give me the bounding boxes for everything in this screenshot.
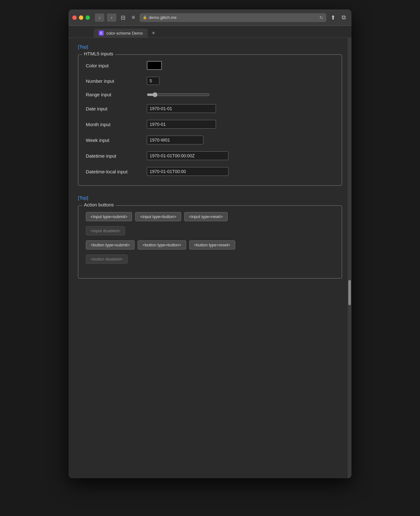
html5-inputs-section: HTML5 inputs Color input Number input Ra… (78, 54, 342, 186)
color-input-row: Color input (86, 61, 334, 70)
new-window-button[interactable]: ⧉ (340, 14, 348, 22)
lock-icon: 🔒 (143, 15, 147, 20)
sidebar-button[interactable]: ⊟ (119, 14, 127, 21)
range-input[interactable] (147, 92, 210, 97)
datetime-input[interactable] (147, 151, 229, 160)
month-input[interactable] (147, 120, 216, 129)
reload-button[interactable]: ↻ (319, 15, 323, 20)
input-disabled-group: <input disabled> (86, 226, 334, 235)
date-label: Date input (86, 106, 142, 111)
month-input-row: Month input (86, 120, 334, 129)
button-buttons-group: <button type=submit> <button type=button… (86, 240, 334, 250)
tab-favicon: C (99, 31, 104, 36)
week-input[interactable] (147, 136, 203, 144)
menu-button[interactable]: ≡ (130, 14, 137, 21)
datetime-local-input[interactable] (147, 167, 229, 176)
color-label: Color input (86, 63, 142, 68)
traffic-lights (72, 15, 90, 20)
button-disabled-button[interactable]: <button disabled> (86, 255, 128, 264)
number-input-group (147, 77, 159, 85)
tab-bar: C color-scheme Demo + (69, 26, 351, 38)
forward-button[interactable]: › (107, 14, 116, 22)
top-link-2[interactable]: [Top] (78, 195, 88, 200)
datetime-local-label: Datetime-local input (86, 169, 142, 174)
input-buttons-group: <input type=submit> <input type=button> … (86, 212, 334, 221)
button-disabled-group: <button disabled> (86, 255, 334, 264)
number-input[interactable] (147, 77, 159, 85)
maximize-button[interactable] (86, 15, 90, 20)
date-input[interactable] (147, 104, 216, 113)
active-tab[interactable]: C color-scheme Demo (94, 29, 148, 37)
top-link-1[interactable]: [Top] (78, 44, 88, 49)
scrollbar[interactable] (348, 38, 351, 478)
action-buttons-section: Action buttons <input type=submit> <inpu… (78, 205, 342, 278)
input-submit-button[interactable]: <input type=submit> (86, 212, 132, 221)
input-disabled-button[interactable]: <input disabled> (86, 226, 125, 235)
html5-section-legend: HTML5 inputs (82, 51, 115, 56)
minimize-button[interactable] (79, 15, 83, 20)
date-input-row: Date input (86, 104, 334, 113)
datetime-label: Datetime input (86, 153, 142, 159)
close-button[interactable] (72, 15, 77, 20)
tab-title: color-scheme Demo (106, 31, 143, 36)
range-input-row: Range input (86, 92, 334, 97)
page-content: [Top] HTML5 inputs Color input Number in… (69, 38, 351, 478)
back-button[interactable]: ‹ (95, 14, 104, 22)
action-section-legend: Action buttons (82, 202, 116, 207)
address-bar[interactable]: 🔒 demo.glitch.me ↻ (140, 13, 326, 22)
month-label: Month input (86, 122, 142, 127)
input-reset-button[interactable]: <input type=reset> (184, 212, 228, 221)
button-reset-button[interactable]: <button type=reset> (189, 240, 235, 250)
title-bar: ‹ › ⊟ ≡ 🔒 demo.glitch.me ↻ ⬆ ⧉ (69, 9, 351, 26)
number-label: Number input (86, 78, 142, 84)
new-tab-button[interactable]: + (148, 30, 159, 37)
week-label: Week input (86, 137, 142, 143)
input-button-button[interactable]: <input type=button> (135, 212, 181, 221)
number-input-row: Number input (86, 77, 334, 85)
share-button[interactable]: ⬆ (329, 14, 337, 22)
range-label: Range input (86, 92, 142, 97)
color-input[interactable] (147, 61, 162, 70)
button-button-button[interactable]: <button type=button> (138, 240, 186, 250)
browser-window: ‹ › ⊟ ≡ 🔒 demo.glitch.me ↻ ⬆ ⧉ C color-s… (69, 9, 351, 478)
week-input-row: Week input (86, 136, 334, 144)
scrollbar-thumb[interactable] (348, 280, 351, 305)
datetime-input-row: Datetime input (86, 151, 334, 160)
button-submit-button[interactable]: <button type=submit> (86, 240, 135, 250)
page-wrapper: [Top] HTML5 inputs Color input Number in… (69, 38, 351, 478)
toolbar-actions: ⬆ ⧉ (329, 14, 348, 22)
datetime-local-input-row: Datetime-local input (86, 167, 334, 176)
url-text: demo.glitch.me (149, 15, 177, 20)
